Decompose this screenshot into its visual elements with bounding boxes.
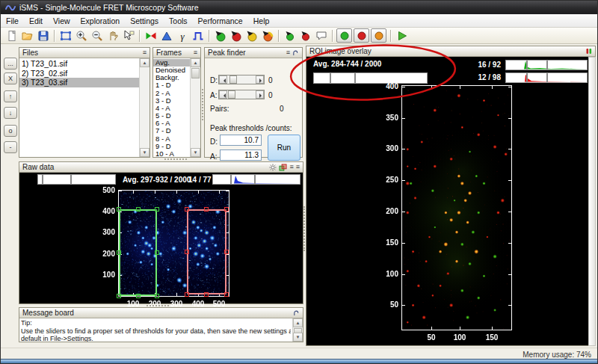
red-roi-rect-handle[interactable] bbox=[185, 207, 189, 212]
comment-bubble-button[interactable] bbox=[313, 28, 329, 43]
move-down-button[interactable]: ↓ bbox=[4, 107, 17, 119]
d-threshold-slider[interactable] bbox=[218, 75, 265, 84]
scroll-up-button[interactable]: ▲ bbox=[293, 318, 303, 327]
minus-button[interactable]: - bbox=[4, 141, 17, 153]
toggle-green-button[interactable] bbox=[336, 28, 352, 43]
red-roi-rect-handle[interactable] bbox=[185, 292, 189, 297]
zoom-region-button[interactable] bbox=[58, 28, 73, 43]
display-options-icon[interactable] bbox=[269, 164, 277, 171]
raw-image-plot[interactable] bbox=[118, 190, 229, 297]
red-roi-rect-handle[interactable] bbox=[224, 250, 229, 254]
panel-menu-icon[interactable]: ≡ bbox=[289, 164, 293, 170]
menu-tools[interactable]: Tools bbox=[164, 14, 193, 27]
green-roi-rect-handle[interactable] bbox=[117, 250, 121, 255]
file-list-item[interactable]: 2) T23_02.sif bbox=[19, 69, 150, 78]
green-roi-rect-handle[interactable] bbox=[155, 250, 159, 255]
files-listbox[interactable]: 1) T23_01.sif2) T23_02.sif3) T23_03.sif … bbox=[19, 58, 150, 157]
roi-contrast-slider[interactable] bbox=[313, 73, 428, 84]
scroll-up-button[interactable]: ▲ bbox=[140, 58, 150, 67]
gamma-button[interactable]: γ bbox=[174, 28, 190, 43]
panel-menu-icon[interactable]: ≡ bbox=[286, 49, 290, 56]
undock-icon[interactable] bbox=[292, 49, 299, 56]
histogram-handle[interactable] bbox=[526, 73, 528, 82]
zoom-out-button[interactable] bbox=[89, 28, 105, 43]
run-play-button[interactable] bbox=[394, 28, 410, 43]
slider-handle[interactable] bbox=[42, 175, 43, 184]
red-channel-histogram[interactable] bbox=[505, 73, 588, 83]
green-roi-rect-handle[interactable] bbox=[117, 207, 121, 212]
green-channel-histogram[interactable] bbox=[505, 60, 588, 70]
slider-handle[interactable] bbox=[70, 175, 72, 184]
panel-menu-icon[interactable]: ≡ bbox=[296, 164, 300, 170]
green-channel-arrow-button[interactable] bbox=[212, 28, 228, 43]
yellow-channel-arrow-button[interactable] bbox=[244, 28, 259, 43]
undock-icon[interactable] bbox=[293, 309, 300, 316]
histogram-handle[interactable] bbox=[546, 61, 548, 70]
histogram-handle[interactable] bbox=[546, 73, 548, 82]
menu-help[interactable]: Help bbox=[248, 14, 275, 27]
remove-file-button[interactable]: X bbox=[4, 73, 17, 84]
raw-intensity-histogram[interactable] bbox=[212, 174, 300, 185]
menu-settings[interactable]: Settings bbox=[125, 14, 164, 27]
zoom-in-button[interactable] bbox=[73, 28, 89, 43]
panel-scrollbar[interactable] bbox=[588, 57, 596, 346]
menu-edit[interactable]: Edit bbox=[24, 14, 48, 27]
red-roi-rect[interactable] bbox=[187, 209, 226, 294]
histogram-handle[interactable] bbox=[230, 175, 232, 184]
slider-handle[interactable] bbox=[330, 73, 331, 83]
pulse-button[interactable] bbox=[190, 28, 206, 43]
slider-thumb[interactable] bbox=[228, 90, 235, 99]
save-button[interactable] bbox=[35, 28, 51, 43]
frames-listbox[interactable]: Avg.DenoisedBackgr.1 - D2 - A3 - D4 - A5… bbox=[153, 58, 200, 157]
pan-hand-button[interactable] bbox=[105, 28, 120, 43]
channel-overlay-icon[interactable] bbox=[279, 164, 287, 171]
splitter-handle[interactable] bbox=[303, 206, 306, 251]
scroll-down-button[interactable]: ▼ bbox=[140, 148, 150, 157]
roi-image-plot[interactable] bbox=[401, 85, 512, 330]
scroll-thumb[interactable] bbox=[191, 68, 200, 78]
green-roi-rect-handle[interactable] bbox=[155, 207, 159, 212]
scroll-down-button[interactable]: ▼ bbox=[293, 333, 303, 342]
red-marker-button[interactable] bbox=[298, 28, 313, 43]
red-channel-arrow-button[interactable] bbox=[228, 28, 244, 43]
red-roi-rect-handle[interactable] bbox=[224, 292, 229, 297]
green-roi-rect-handle[interactable] bbox=[117, 294, 121, 298]
toggle-orange-button[interactable] bbox=[371, 28, 386, 43]
new-file-button[interactable] bbox=[4, 28, 19, 43]
menu-performance[interactable]: Performance bbox=[193, 14, 248, 27]
green-roi-rect-handle[interactable] bbox=[136, 207, 141, 212]
scroll-up-button[interactable]: ▲ bbox=[191, 58, 200, 67]
red-roi-rect-handle[interactable] bbox=[185, 250, 189, 254]
panel-menu-icon[interactable]: ≡ bbox=[194, 49, 197, 56]
green-marker-button[interactable] bbox=[282, 28, 298, 43]
splitter-handle[interactable] bbox=[202, 89, 204, 120]
toggle-red-button[interactable] bbox=[354, 28, 369, 43]
slider-right-arrow[interactable] bbox=[256, 75, 264, 84]
red-roi-rect-handle[interactable] bbox=[224, 207, 229, 212]
run-button[interactable]: Run bbox=[268, 135, 300, 161]
menu-file[interactable]: File bbox=[1, 14, 24, 27]
message-scrollbar[interactable]: ▲ ▼ bbox=[292, 318, 303, 342]
frames-scrollbar[interactable]: ▲ ▼ bbox=[190, 58, 200, 157]
zero-button[interactable]: o bbox=[4, 125, 17, 137]
browse-files-button[interactable]: ... bbox=[4, 58, 17, 70]
data-cursor-button[interactable] bbox=[120, 28, 136, 43]
move-up-button[interactable]: ↑ bbox=[4, 90, 17, 102]
fret-pair-button[interactable] bbox=[143, 28, 158, 43]
orange-channel-arrow-button[interactable] bbox=[259, 28, 275, 43]
slider-left-arrow[interactable] bbox=[219, 75, 227, 84]
histogram-handle[interactable] bbox=[526, 61, 528, 70]
d-threshold-input[interactable]: 10.7 bbox=[220, 135, 262, 146]
file-list-item[interactable]: 1) T23_01.sif bbox=[19, 59, 150, 69]
slider-handle[interactable] bbox=[354, 73, 356, 83]
red-roi-rect-handle[interactable] bbox=[204, 207, 209, 212]
open-file-button[interactable] bbox=[19, 28, 35, 43]
splitter-handle[interactable] bbox=[164, 158, 187, 161]
menu-view[interactable]: View bbox=[48, 14, 75, 27]
red-roi-rect-handle[interactable] bbox=[204, 292, 209, 297]
green-roi-rect-handle[interactable] bbox=[136, 294, 141, 298]
menu-exploration[interactable]: Exploration bbox=[75, 14, 126, 27]
a-threshold-input[interactable]: 11.3 bbox=[220, 149, 262, 161]
green-roi-rect-handle[interactable] bbox=[155, 294, 159, 298]
raw-contrast-slider[interactable] bbox=[37, 174, 116, 185]
